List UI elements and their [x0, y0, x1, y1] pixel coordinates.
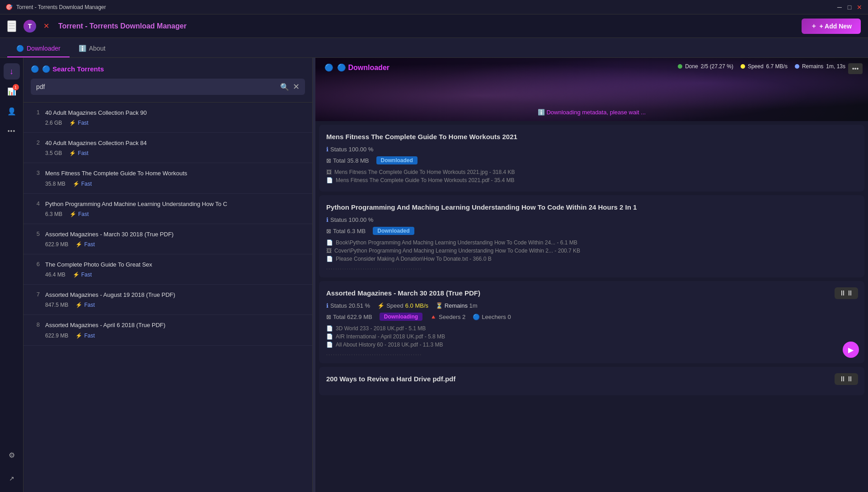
- torrent-list-item[interactable]: 5 Assorted Magazines - March 30 2018 (Tr…: [23, 224, 312, 254]
- sidebar-icons: ↓ 📊 1 👤 ••• ⚙ ↗: [0, 58, 23, 492]
- torrent-meta: 35.8 MB ⚡ Fast: [45, 181, 305, 187]
- stats-area: Done 2/5 (27.27 %) Speed 6.7 MB/s Remain…: [678, 63, 845, 70]
- speed-icon: ⚡: [69, 150, 76, 156]
- file-list: 🖼 Mens Fitness The Complete Guide To Hom…: [326, 168, 857, 184]
- torrent-meta: 46.4 MB ⚡ Fast: [45, 272, 305, 278]
- tab-about[interactable]: ℹ️ About: [70, 40, 115, 57]
- torrent-name: The Complete Photo Guide To Great Sex: [45, 261, 305, 269]
- torrent-info: The Complete Photo Guide To Great Sex 46…: [45, 261, 305, 278]
- speed-icon: ⚡: [73, 181, 80, 187]
- close-window-button[interactable]: ✕: [856, 4, 863, 10]
- search-clear-button[interactable]: ✕: [293, 82, 300, 92]
- torrent-num: 8: [31, 321, 40, 328]
- downloader-header-icon: 🔵: [324, 63, 333, 72]
- torrent-size: 622.9 MB: [45, 241, 68, 248]
- minimize-button[interactable]: ─: [836, 4, 843, 10]
- hamburger-menu-button[interactable]: ☰: [7, 20, 16, 32]
- sidebar-icon-more[interactable]: •••: [4, 123, 20, 139]
- torrent-speed: ⚡ Fast: [73, 272, 92, 278]
- torrent-meta: 6.3 MB ⚡ Fast: [45, 211, 305, 217]
- search-header: 🔵 🔵 Search Torrents 🔍 ✕: [23, 58, 312, 103]
- status-label: ℹ Status 100.00 %: [326, 216, 373, 223]
- clock-icon: ⏳: [436, 302, 443, 309]
- status-label: ℹ Status 20.51 %: [326, 302, 370, 309]
- torrent-list: 1 40 Adult Magazines Collection Pack 90 …: [23, 103, 312, 492]
- remains-info: ⏳ Remains 1m: [436, 302, 478, 309]
- download-total-meta: ⊠ Total 622.9 MB Downloading 🔺 Seeders 2…: [326, 313, 857, 321]
- file-name: 3D World 233 - 2018 UK.pdf - 5.1 MB: [336, 325, 426, 332]
- download-card-meta: ℹ Status 100.00 %: [326, 216, 857, 223]
- sidebar-icon-chart[interactable]: 📊 1: [4, 83, 20, 99]
- leechers-info: 🔵 Leechers 0: [473, 314, 511, 320]
- torrent-info: 40 Adult Magazines Collection Pack 90 2.…: [45, 109, 305, 126]
- total-label: ⊠ Total 622.9 MB: [326, 314, 372, 320]
- torrent-num: 6: [31, 261, 40, 267]
- stat-speed: Speed 6.7 MB/s: [741, 63, 788, 70]
- file-item: 🖼 Cover\Python Programming And Maching L…: [326, 247, 857, 255]
- about-tab-icon: ℹ️: [79, 45, 86, 52]
- torrent-list-item[interactable]: 2 40 Adult Magazines Collection Pack 84 …: [23, 133, 312, 163]
- torrent-list-item[interactable]: 7 Assorted Magazines - August 19 2018 (T…: [23, 285, 312, 315]
- about-tab-label: About: [89, 45, 106, 52]
- file-list: 📄 Book\Python Programming And Maching Le…: [326, 239, 857, 270]
- torrent-list-item[interactable]: 4 Python Programming And Machine Learnin…: [23, 194, 312, 224]
- app-logo: T: [23, 20, 36, 33]
- search-input[interactable]: [36, 79, 277, 95]
- sidebar-icon-expand[interactable]: ↗: [4, 470, 20, 487]
- torrent-list-item[interactable]: 8 Assorted Magazines - April 6 2018 (Tru…: [23, 315, 312, 345]
- torrent-num: 1: [31, 109, 40, 116]
- torrent-name: 40 Adult Magazines Collection Pack 90: [45, 109, 305, 117]
- torrent-size: 622.9 MB: [45, 333, 68, 339]
- download-card: Assorted Magazines - March 30 2018 (True…: [319, 281, 864, 363]
- speed-icon: ⚡: [75, 241, 82, 248]
- leechers-icon: 🔵: [473, 314, 480, 320]
- file-type-icon: 📄: [326, 325, 333, 332]
- info-icon: ℹ: [326, 146, 328, 153]
- torrent-list-item[interactable]: 6 The Complete Photo Guide To Great Sex …: [23, 254, 312, 285]
- torrent-info: Assorted Magazines - March 30 2018 (True…: [45, 230, 305, 248]
- torrent-size: 847.5 MB: [45, 302, 68, 308]
- downloader-section-header: 🔵 🔵 Downloader: [324, 63, 389, 72]
- pause-button[interactable]: ⏸⏸: [835, 287, 858, 299]
- torrent-list-item[interactable]: 1 40 Adult Magazines Collection Pack 90 …: [23, 103, 312, 133]
- seeders-info: 🔺 Seeders 2: [430, 314, 465, 320]
- torrent-name: 40 Adult Magazines Collection Pack 84: [45, 139, 305, 147]
- file-item: 📄 3D World 233 - 2018 UK.pdf - 5.1 MB: [326, 324, 857, 333]
- remains-value: 1m, 13s: [826, 63, 845, 70]
- close-app-button[interactable]: ✕: [43, 22, 49, 30]
- size-icon: ⊠: [326, 157, 331, 164]
- file-item: 📄 All About History 60 - 2018 UK.pdf - 1…: [326, 341, 857, 349]
- seeders-icon: 🔺: [430, 314, 437, 320]
- file-list: 📄 3D World 233 - 2018 UK.pdf - 5.1 MB 📄 …: [326, 324, 857, 356]
- speed-dot: [741, 64, 745, 69]
- add-new-button[interactable]: ＋ + Add New: [802, 19, 861, 34]
- pause-button[interactable]: ⏸⏸: [835, 373, 858, 385]
- total-label: ⊠ Total 35.8 MB: [326, 157, 369, 164]
- sidebar-icon-person[interactable]: 👤: [4, 103, 20, 119]
- downloader-header-label: 🔵 Downloader: [337, 63, 389, 72]
- more-options-button[interactable]: •••: [848, 63, 863, 74]
- tab-bar: 🔵 Downloader ℹ️ About: [0, 38, 868, 58]
- play-button[interactable]: ▶: [843, 342, 859, 358]
- sidebar-icon-download[interactable]: ↓: [4, 63, 20, 80]
- search-title: 🔵 🔵 Search Torrents: [31, 65, 305, 73]
- maximize-button[interactable]: □: [846, 4, 853, 10]
- file-type-icon: 📄: [326, 256, 333, 262]
- speed-icon: ⚡: [70, 211, 76, 217]
- search-submit-button[interactable]: 🔍: [280, 83, 289, 91]
- divider-dots: ........................................…: [326, 265, 857, 270]
- total-label: ⊠ Total 6.3 MB: [326, 228, 366, 234]
- file-type-icon: 🖼: [326, 248, 332, 254]
- speed-icon: ⚡: [75, 333, 82, 339]
- downloader-tab-label: Downloader: [27, 45, 61, 52]
- sidebar-icon-settings[interactable]: ⚙: [4, 447, 20, 463]
- torrent-size: 35.8 MB: [45, 181, 66, 187]
- torrent-speed: ⚡ Fast: [69, 120, 88, 126]
- torrent-name: Assorted Magazines - March 30 2018 (True…: [45, 230, 305, 239]
- torrent-list-item[interactable]: 3 Mens Fitness The Complete Guide To Hom…: [23, 163, 312, 193]
- torrent-meta: 622.9 MB ⚡ Fast: [45, 241, 305, 248]
- download-card: 200 Ways to Revive a Hard Drive pdf.pdf …: [319, 367, 864, 395]
- person-icon: 👤: [7, 107, 16, 116]
- title-bar: 🎯 Torrent - Torrents Download Manager ─ …: [0, 0, 868, 14]
- tab-downloader[interactable]: 🔵 Downloader: [7, 40, 70, 57]
